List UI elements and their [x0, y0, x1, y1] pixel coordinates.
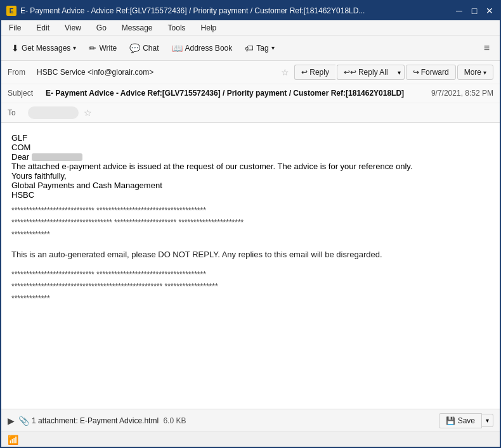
- menu-file[interactable]: File: [6, 22, 23, 34]
- email-body: GLFCOM Dear The attached e-payment advic…: [1, 123, 500, 409]
- minimize-button[interactable]: ─: [454, 6, 464, 16]
- menu-help[interactable]: Help: [198, 22, 219, 34]
- subject-value: E- Payment Advice - Advice Ref:[GLV71557…: [46, 88, 426, 99]
- tag-icon: 🏷: [245, 43, 254, 53]
- menu-view[interactable]: View: [62, 22, 84, 34]
- star-icon[interactable]: ☆: [281, 67, 289, 77]
- from-row: From HSBC Service <info@glorair.com> ☆ ↩…: [1, 61, 500, 84]
- toolbar: ⬇ Get Messages ▾ ✏ Write 💬 Chat 📖 Addres…: [1, 35, 500, 61]
- save-button[interactable]: 💾 Save: [439, 413, 482, 428]
- more-button[interactable]: More ▾: [457, 65, 493, 80]
- email-date: 9/7/2021, 8:52 PM: [431, 88, 493, 98]
- auto-reply-notice: This is an auto-generated email, please …: [11, 248, 487, 261]
- reply-icon: ↩: [301, 68, 308, 77]
- menu-edit[interactable]: Edit: [34, 22, 52, 34]
- tag-dropdown-icon[interactable]: ▾: [271, 44, 275, 51]
- menu-go[interactable]: Go: [94, 22, 109, 34]
- from-value: HSBC Service <info@glorair.com>: [37, 68, 276, 77]
- expand-icon[interactable]: ▶: [8, 416, 15, 426]
- email-window: E E- Payment Advice - Advice Ref:[GLV715…: [0, 0, 501, 448]
- reply-all-button[interactable]: ↩↩ Reply All: [337, 65, 394, 80]
- to-row: To ☆: [1, 103, 500, 122]
- separator-1: **************************** ***********…: [11, 205, 487, 241]
- from-label: From: [8, 68, 32, 77]
- subject-row: Subject E- Payment Advice - Advice Ref:[…: [1, 84, 500, 103]
- chat-icon: 💬: [129, 43, 140, 53]
- to-value: [28, 106, 79, 119]
- tag-button[interactable]: 🏷 Tag ▾: [240, 41, 279, 56]
- body-paragraph1: The attached e-payment advice is issued …: [11, 162, 487, 171]
- reply-all-icon: ↩↩: [344, 68, 356, 77]
- save-dropdown-button[interactable]: ▾: [482, 414, 493, 427]
- wifi-icon: 📶: [8, 435, 18, 445]
- book-icon: 📖: [172, 43, 183, 53]
- separator-2: **************************** ***********…: [11, 269, 487, 305]
- get-messages-button[interactable]: ⬇ Get Messages ▾: [6, 41, 81, 56]
- menu-message[interactable]: Message: [119, 22, 155, 34]
- write-button[interactable]: ✏ Write: [84, 41, 122, 56]
- forward-icon: ↪: [413, 68, 419, 77]
- get-messages-dropdown-icon[interactable]: ▾: [73, 44, 76, 51]
- download-icon: ⬇: [11, 43, 19, 53]
- attachment-info: 1 attachment: E-Payment Advice.html 6.0 …: [32, 416, 439, 425]
- reply-split-button: ↩ Reply: [294, 65, 335, 80]
- closing: Yours faithfully, Global Payments and Ca…: [11, 171, 487, 200]
- reply-all-dropdown-button[interactable]: ▾: [394, 65, 405, 80]
- attachment-bar: ▶ 📎 1 attachment: E-Payment Advice.html …: [1, 409, 500, 432]
- pencil-icon: ✏: [89, 43, 96, 53]
- to-star-icon[interactable]: ☆: [84, 108, 92, 118]
- titlebar: E E- Payment Advice - Advice Ref:[GLV715…: [1, 1, 500, 20]
- statusbar: 📶: [1, 432, 500, 447]
- subject-label: Subject: [8, 88, 41, 98]
- menubar: File Edit View Go Message Tools Help: [1, 20, 500, 35]
- watermark: GLFCOM: [11, 133, 487, 152]
- email-body-wrapper: GLFCOM Dear The attached e-payment advic…: [1, 123, 500, 409]
- menu-tools[interactable]: Tools: [166, 22, 188, 34]
- more-dropdown-icon: ▾: [483, 69, 486, 76]
- maximize-button[interactable]: □: [469, 6, 479, 16]
- to-label: To: [8, 108, 23, 117]
- close-button[interactable]: ✕: [485, 6, 495, 16]
- window-title: E- Payment Advice - Advice Ref:[GLV71557…: [20, 6, 454, 15]
- reply-button[interactable]: ↩ Reply: [294, 65, 335, 80]
- paperclip-icon: 📎: [18, 416, 29, 426]
- save-icon: 💾: [446, 416, 455, 425]
- email-header: From HSBC Service <info@glorair.com> ☆ ↩…: [1, 61, 500, 123]
- forward-button[interactable]: ↪ Forward: [406, 65, 456, 80]
- window-controls: ─ □ ✕: [454, 6, 495, 16]
- reply-button-group: ↩ Reply ↩↩ Reply All ▾ ↪ Forward More: [294, 65, 493, 80]
- greeting: Dear: [11, 152, 487, 162]
- address-book-button[interactable]: 📖 Address Book: [167, 41, 238, 56]
- chat-button[interactable]: 💬 Chat: [124, 41, 164, 56]
- app-icon: E: [6, 6, 16, 16]
- reply-all-split-button: ↩↩ Reply All ▾: [337, 65, 405, 80]
- recipient-redacted: [32, 153, 82, 161]
- hamburger-menu-button[interactable]: ≡: [479, 40, 495, 56]
- save-button-group: 💾 Save ▾: [439, 413, 493, 428]
